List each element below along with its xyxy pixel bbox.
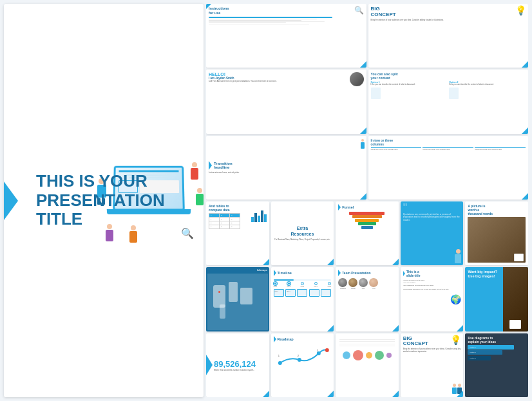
slide-graph[interactable] bbox=[336, 333, 399, 397]
graph-dots bbox=[338, 350, 396, 360]
funnel-arrow bbox=[338, 204, 341, 210]
graph-content bbox=[338, 337, 396, 348]
bullet-1: • Here you have a list of items bbox=[403, 279, 461, 281]
slide-diagrams[interactable]: Use diagrams toexplain your ideas Option… bbox=[465, 333, 528, 397]
slidetitle-header: This is aslide title bbox=[403, 270, 461, 277]
slidetitle-bullets: • Here you have a list of items • Of you… bbox=[403, 279, 461, 287]
corner-br bbox=[392, 391, 399, 397]
slides-row-3: Transitionheadline Luctus ante arcu lore… bbox=[206, 136, 528, 200]
funnel-shape bbox=[338, 212, 396, 229]
slide-team[interactable]: Team Presentation Josephine Thomas Harry bbox=[336, 267, 399, 331]
slide-tables[interactable]: And tables tocompare data ABC 123 456 78… bbox=[206, 201, 269, 265]
corner-br bbox=[392, 325, 399, 331]
corner-br bbox=[263, 391, 269, 397]
slide-bigconcept1[interactable]: BIGCONCEPT Bring the attention of your a… bbox=[368, 4, 529, 68]
slidetitle-footer: Your audience will listen to you or read… bbox=[403, 288, 461, 290]
number-triangle bbox=[206, 355, 213, 375]
diagrams-boxes: Option 1 Option 2 Option 3 bbox=[468, 345, 526, 360]
comparison-table: ABC 123 456 789 bbox=[209, 213, 240, 229]
lightbulb-icon-1: 💡 bbox=[515, 5, 526, 15]
timeline-content: 2014 2015 2016 2017 2018 Item 1 Item 2 bbox=[274, 279, 332, 297]
corner-br bbox=[360, 61, 366, 68]
team-header: Team Presentation bbox=[338, 270, 396, 276]
extra-text: For BusinessPlans, Marketing Plans, Proj… bbox=[274, 238, 330, 241]
main-slide-title: THIS IS YOUR PRESENTATION TITLE bbox=[36, 172, 191, 230]
slide-timeline[interactable]: Timeline 2014 20 bbox=[271, 267, 334, 331]
corner-br bbox=[522, 193, 528, 200]
bullet-3: • But remember not to overload your slid… bbox=[403, 284, 461, 286]
bigconcept2-text: Bring the attention of your audience ove… bbox=[403, 348, 461, 353]
slide-slidetitle[interactable]: This is aslide title • Here you have a l… bbox=[401, 267, 464, 331]
bigconcept1-title: BIGCONCEPT bbox=[371, 6, 526, 18]
roadmap-arrow bbox=[274, 336, 276, 342]
slides-row-5: Infomaps Timeline bbox=[206, 267, 528, 331]
slide-bigconcept2[interactable]: BIGCONCEPT Bring the attention of your a… bbox=[401, 333, 464, 397]
slide-split[interactable]: You can also splityour content Option 1 … bbox=[368, 70, 529, 133]
corner-br bbox=[392, 259, 399, 265]
split-title: You can also splityour content bbox=[371, 72, 526, 80]
transition-text: Luctus ante arcu lorem, ante alc phter. bbox=[209, 171, 364, 174]
main-slide-triangle bbox=[4, 182, 18, 220]
corner-tl bbox=[206, 4, 211, 9]
corner-br bbox=[457, 391, 463, 397]
maps-world bbox=[207, 274, 268, 330]
slides-row-1: Instructionsfor use 🔍 BIGCONCEPT Bring t… bbox=[206, 4, 528, 68]
maps-title: Infomaps bbox=[257, 269, 267, 272]
timeline-header: Timeline bbox=[274, 270, 332, 276]
globe-icon: 🌍 bbox=[450, 294, 461, 304]
slide-quote[interactable]: " Quotations are commonly printed as a m… bbox=[401, 201, 464, 265]
slide-hello[interactable]: HELLO! I am Jayden Smith Call Font Aweso… bbox=[206, 70, 366, 133]
corner-br bbox=[327, 391, 334, 397]
corner-br bbox=[327, 325, 334, 331]
transition-arrow bbox=[209, 161, 212, 170]
slide-maps[interactable]: Infomaps bbox=[206, 267, 269, 331]
columns-title: In two or threecolumns bbox=[371, 138, 526, 146]
corner-br bbox=[263, 259, 269, 265]
svg-point-3 bbox=[325, 348, 328, 352]
team-title: Team Presentation bbox=[342, 271, 370, 275]
corner-br bbox=[522, 61, 528, 68]
slide-extra[interactable]: ExtraResources For BusinessPlans, Market… bbox=[271, 201, 334, 265]
quote-text: Quotations are commonly printed as a mea… bbox=[403, 213, 461, 223]
timeline-title: Timeline bbox=[278, 271, 292, 275]
slide-picture[interactable]: A picture isworth athousand words bbox=[465, 201, 528, 265]
slide-tagcloud[interactable]: Want big impact?Use big images! bbox=[465, 267, 528, 331]
picture-photo bbox=[468, 217, 526, 263]
corner-br bbox=[360, 193, 366, 200]
diagrams-title: Use diagrams toexplain your ideas bbox=[468, 336, 526, 344]
slide-instructions[interactable]: Instructionsfor use 🔍 bbox=[206, 4, 366, 68]
svg-text:2: 2 bbox=[297, 354, 299, 357]
columns-content: Some text of body style could go here. S… bbox=[371, 147, 526, 197]
number-text: When I first wrote this number I said to… bbox=[214, 369, 267, 371]
col3-text: Some text of body style could go here. bbox=[475, 149, 526, 151]
team-arrow bbox=[338, 270, 341, 276]
quote-mark: " bbox=[403, 204, 461, 212]
slide-transition[interactable]: Transitionheadline Luctus ante arcu lore… bbox=[206, 136, 366, 200]
roadmap-svg: 1 2 3 bbox=[274, 344, 332, 366]
funnel-title: Funnel bbox=[342, 205, 354, 209]
bullet-2: • Of your creation bbox=[403, 282, 461, 284]
svg-point-1 bbox=[297, 358, 301, 362]
corner-br bbox=[360, 127, 366, 134]
timeline-arrow bbox=[274, 270, 276, 276]
picture-title: A picture isworth athousand words bbox=[468, 204, 526, 216]
transition-header: Transitionheadline bbox=[209, 161, 364, 170]
big-number: 89,526,124 bbox=[214, 359, 267, 369]
slide-funnel[interactable]: Funnel bbox=[336, 201, 399, 265]
corner-br bbox=[457, 325, 463, 331]
slides-grid: Instructionsfor use 🔍 BIGCONCEPT Bring t… bbox=[206, 4, 528, 397]
hello-title: HELLO! bbox=[209, 72, 364, 77]
slide-columns[interactable]: In two or threecolumns Some text of body… bbox=[368, 136, 529, 200]
transition-title: Transitionheadline bbox=[214, 162, 233, 169]
slide-inst-title: Instructionsfor use bbox=[209, 6, 364, 15]
split-col2-text: Here you can describe the content of wha… bbox=[449, 84, 526, 86]
slidetitle-arrow bbox=[403, 271, 405, 276]
search-icon-inst: 🔍 bbox=[354, 6, 364, 15]
funnel-header: Funnel bbox=[338, 204, 396, 210]
slidetitle-title: This is aslide title bbox=[406, 270, 421, 277]
corner-br bbox=[522, 127, 528, 134]
slide-number[interactable]: 89,526,124 When I first wrote this numbe… bbox=[206, 333, 269, 397]
slides-row-2: HELLO! I am Jayden Smith Call Font Aweso… bbox=[206, 70, 528, 133]
col1-text: Some text of body style could go here. bbox=[371, 149, 422, 151]
slide-roadmap[interactable]: Roadmap 1 2 3 bbox=[271, 333, 334, 397]
